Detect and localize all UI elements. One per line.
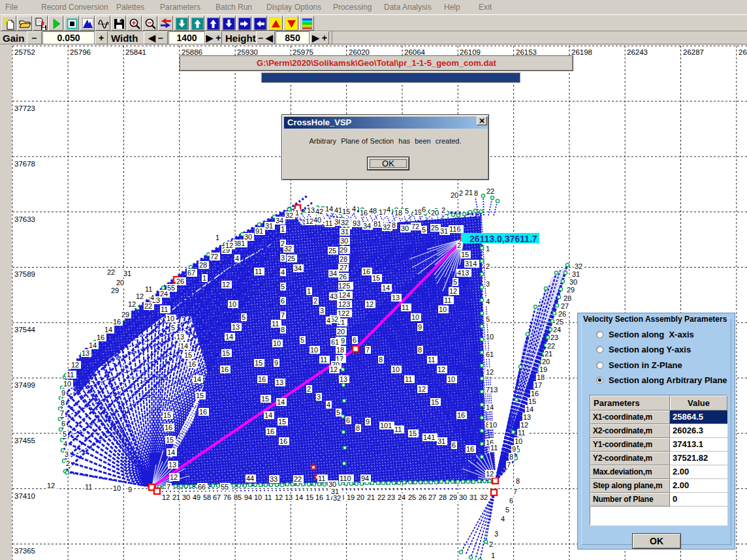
svg-text:10: 10 <box>167 315 174 322</box>
svg-text:4: 4 <box>501 515 505 523</box>
svg-text:31: 31 <box>123 270 131 277</box>
svg-text:23: 23 <box>550 334 558 341</box>
svg-text:11: 11 <box>405 375 412 383</box>
svg-text:18: 18 <box>336 346 344 354</box>
svg-text:7: 7 <box>60 409 64 417</box>
svg-text:30: 30 <box>182 493 190 501</box>
svg-text:21: 21 <box>367 493 375 501</box>
svg-text:29: 29 <box>121 311 129 319</box>
svg-text:29: 29 <box>111 287 119 294</box>
svg-text:4: 4 <box>326 401 330 409</box>
svg-text:123: 123 <box>338 300 350 308</box>
svg-text:25: 25 <box>431 224 439 232</box>
svg-text:27: 27 <box>561 302 569 310</box>
svg-text:15: 15 <box>306 493 313 501</box>
svg-text:16: 16 <box>258 375 266 383</box>
svg-text:28: 28 <box>199 261 207 269</box>
svg-text:26064: 26064 <box>404 48 426 56</box>
svg-text:30: 30 <box>340 237 348 245</box>
svg-text:12: 12 <box>486 470 494 478</box>
svg-text:12: 12 <box>520 421 528 429</box>
svg-text:55: 55 <box>167 284 175 292</box>
svg-text:14: 14 <box>382 284 390 292</box>
svg-text:141: 141 <box>423 433 435 441</box>
svg-text:6: 6 <box>452 441 456 449</box>
svg-text:4: 4 <box>150 294 154 302</box>
svg-text:10: 10 <box>447 375 455 383</box>
svg-text:7: 7 <box>167 483 170 491</box>
svg-text:3: 3 <box>317 393 321 401</box>
svg-text:18: 18 <box>394 209 402 217</box>
svg-text:16: 16 <box>221 366 229 373</box>
svg-text:15: 15 <box>184 351 192 359</box>
svg-text:7: 7 <box>366 346 370 354</box>
svg-text:11: 11 <box>325 219 332 227</box>
svg-text:12: 12 <box>47 482 55 490</box>
svg-text:66: 66 <box>198 483 206 491</box>
svg-text:15: 15 <box>278 418 286 426</box>
svg-text:16: 16 <box>279 437 287 445</box>
svg-text:6: 6 <box>346 416 350 424</box>
svg-text:25: 25 <box>408 493 416 501</box>
svg-text:11: 11 <box>490 444 498 452</box>
svg-text:5: 5 <box>242 313 246 321</box>
svg-text:24: 24 <box>398 493 405 501</box>
svg-text:93: 93 <box>353 219 360 227</box>
svg-text:26: 26 <box>339 273 347 281</box>
svg-text:61: 61 <box>486 350 494 358</box>
svg-text:14: 14 <box>180 342 188 350</box>
svg-text:2: 2 <box>307 385 311 393</box>
svg-text:23: 23 <box>387 493 395 501</box>
svg-text:12: 12 <box>486 368 494 376</box>
svg-text:13: 13 <box>285 493 293 501</box>
svg-text:11: 11 <box>318 474 325 482</box>
svg-text:2: 2 <box>459 189 463 197</box>
svg-text:14: 14 <box>325 205 333 213</box>
svg-text:2: 2 <box>313 297 317 305</box>
svg-text:11: 11 <box>320 356 327 364</box>
svg-text:15: 15 <box>342 208 350 215</box>
svg-text:14: 14 <box>526 405 533 413</box>
svg-text:16: 16 <box>188 360 196 368</box>
svg-text:72: 72 <box>411 223 419 230</box>
svg-text:34: 34 <box>276 217 283 225</box>
svg-text:12: 12 <box>366 300 374 308</box>
svg-text:7: 7 <box>507 461 511 469</box>
svg-text:16: 16 <box>266 428 274 435</box>
svg-text:31: 31 <box>572 270 580 278</box>
svg-text:713: 713 <box>486 386 498 394</box>
svg-text:33: 33 <box>270 475 278 483</box>
svg-text:124: 124 <box>338 291 350 299</box>
svg-text:5: 5 <box>486 315 490 323</box>
svg-text:48: 48 <box>369 207 377 215</box>
svg-text:37723: 37723 <box>14 104 35 112</box>
svg-text:11: 11 <box>402 303 409 311</box>
svg-text:37455: 37455 <box>14 437 35 444</box>
svg-text:20: 20 <box>431 209 439 217</box>
svg-text:10: 10 <box>392 366 400 373</box>
svg-text:37678: 37678 <box>14 160 35 168</box>
svg-text:28: 28 <box>340 255 347 263</box>
svg-text:67: 67 <box>187 269 195 277</box>
svg-text:16: 16 <box>199 408 207 416</box>
svg-text:13: 13 <box>82 349 89 357</box>
svg-text:29: 29 <box>449 493 457 501</box>
svg-text:12: 12 <box>71 361 79 369</box>
svg-text:5: 5 <box>405 207 409 215</box>
svg-text:11: 11 <box>518 429 525 437</box>
svg-text:3: 3 <box>494 530 498 538</box>
svg-text:15: 15 <box>461 251 469 258</box>
svg-text:28: 28 <box>439 493 447 501</box>
svg-text:31: 31 <box>265 222 273 230</box>
svg-text:21: 21 <box>545 350 552 358</box>
svg-text:125: 125 <box>338 282 350 290</box>
svg-text:15: 15 <box>222 349 230 357</box>
svg-text:40: 40 <box>313 216 321 224</box>
svg-text:32: 32 <box>480 493 488 501</box>
svg-text:6: 6 <box>281 297 285 305</box>
svg-text:25: 25 <box>556 318 564 326</box>
svg-text:4: 4 <box>281 268 285 276</box>
svg-text:6: 6 <box>509 497 513 505</box>
svg-text:15: 15 <box>196 392 204 399</box>
svg-text:9: 9 <box>128 486 132 493</box>
